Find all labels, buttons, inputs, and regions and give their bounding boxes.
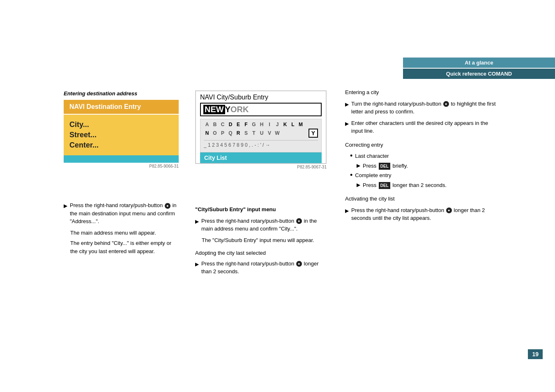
key-t: T [251, 130, 257, 136]
key-q: Q [227, 130, 234, 136]
key-b: B [212, 122, 218, 127]
key-f: F [243, 122, 249, 127]
keyboard-row-2: N O P Q R S T U V W Y [204, 129, 318, 138]
navi-city-title: NAVI City/Suburb Entry [200, 94, 322, 101]
mid-instr-1: ▶ Press the right-hand rotary/push-butto… [195, 217, 327, 233]
key-d: D [227, 122, 234, 127]
arrow-icon-mid-2: ▶ [195, 261, 199, 268]
menu-item-city: City... [69, 120, 173, 129]
navi-dest-box: NAVI Destination Entry [64, 100, 179, 114]
mid-instr-2: ▶ Press the right-hand rotary/push-butto… [195, 260, 327, 276]
last-char-label: Last character [355, 152, 389, 160]
right-column: Entering a city ▶ Turn the right-hand ro… [345, 88, 497, 226]
fig-ref-mid: P82.85-9067-31 [195, 165, 327, 169]
key-n: N [204, 130, 210, 136]
right-instr-text-1: Turn the right-hand rotary/push-button ●… [351, 100, 497, 116]
arrow-icon-right-1: ▶ [345, 101, 349, 108]
middle-instructions: "City/Suburb Entry" input menu ▶ Press t… [195, 205, 327, 279]
city-list-instr-text: Press the right-hand rotary/push-button … [351, 206, 497, 222]
circle-btn-mid-2: ● [296, 261, 302, 267]
arrow-icon-1: ▶ [64, 202, 67, 210]
del-badge-1: DEL [379, 163, 390, 170]
number-row-text: _ 1 2 3 4 5 6 7 8 9 0 , . - : ' / → [204, 142, 270, 148]
page-number: 19 [528, 349, 543, 359]
left-section-title: Entering destination address [64, 90, 179, 97]
left-instruction-1: ▶ Press the right-hand rotary/push-butto… [64, 201, 179, 226]
arrow-icon-del-1: ▶ [357, 162, 360, 169]
menu-item-center: Center... [69, 141, 173, 150]
navi-dest-title: NAVI Destination Entry [69, 103, 173, 111]
quick-ref-label: Quick reference COMAND [403, 69, 555, 79]
key-c: C [219, 122, 226, 127]
complete-entry-item: • Complete entry [350, 171, 497, 180]
left-instr-text-1: Press the right-hand rotary/push-button … [70, 201, 179, 226]
dot-icon-1: • [350, 152, 352, 159]
key-a: A [204, 122, 210, 127]
key-r: R [235, 130, 242, 136]
city-list-title: Activating the city list [345, 195, 497, 203]
key-i: I [266, 122, 273, 127]
navi-dest-footer [64, 155, 179, 163]
last-char-item: • Last character [350, 152, 497, 160]
entering-city-title: Entering a city [345, 88, 497, 97]
mid-instr-text-1: Press the right-hand rotary/push-button … [201, 217, 327, 233]
key-m: M [297, 122, 304, 127]
key-w: W [274, 130, 281, 136]
navi-city-input: NEW YORK [200, 103, 322, 116]
left-para-2: The entry behind "City..." is either emp… [70, 239, 179, 255]
arrow-icon-right-2: ▶ [345, 120, 349, 127]
adopting-title: Adopting the city last selected [195, 249, 327, 257]
key-h: H [258, 122, 265, 127]
complete-entry-label: Complete entry [355, 171, 391, 180]
key-v: V [266, 130, 273, 136]
city-input-york: YORK [225, 105, 249, 114]
left-para-1: The main address menu will appear. [70, 229, 179, 237]
city-list-bar: City List [200, 152, 322, 163]
key-g: G [251, 122, 257, 127]
mid-para-1: The "City/Suburb Entry" input menu will … [202, 236, 327, 244]
header-bar: At a glance Quick reference COMAND [403, 58, 555, 79]
arrow-icon-del-2: ▶ [357, 181, 360, 189]
key-y-highlighted: Y [309, 129, 318, 138]
number-row: _ 1 2 3 4 5 6 7 8 9 0 , . - : ' / → [204, 140, 318, 150]
middle-column: NAVI City/Suburb Entry NEW YORK A B C D … [195, 90, 327, 169]
keyboard-area: A B C D E F G H I J K L M N O P Q R S [200, 119, 322, 152]
navi-dest-menu: City... Street... Center... [64, 115, 179, 155]
arrow-icon-city-1: ▶ [345, 207, 349, 214]
del-briefly-item: ▶ Press DEL briefly. [357, 162, 497, 170]
key-s: S [243, 130, 249, 136]
circle-btn-mid-1: ● [296, 218, 302, 224]
key-l: L [290, 122, 296, 127]
key-k: K [282, 122, 288, 127]
mid-instr-text-2: Press the right-hand rotary/push-button … [201, 260, 327, 276]
arrow-icon-mid-1: ▶ [195, 218, 199, 225]
del-long-text: Press DEL longer than 2 seconds. [363, 181, 447, 189]
left-instructions: ▶ Press the right-hand rotary/push-butto… [64, 201, 179, 258]
navi-city-header: NAVI City/Suburb Entry NEW YORK A B C D … [195, 90, 327, 164]
correcting-title: Correcting entry [345, 141, 497, 149]
key-o: O [212, 130, 218, 136]
key-p: P [219, 130, 226, 136]
fig-ref-left: P82.85-9066-31 [64, 164, 179, 168]
dot-icon-2: • [350, 171, 352, 179]
circle-btn-right-3: ● [446, 208, 452, 213]
city-input-new: NEW [203, 105, 225, 114]
key-u: U [258, 130, 265, 136]
del-badge-2: DEL [379, 182, 390, 189]
circle-btn-1: ● [165, 203, 170, 209]
del-briefly-text: Press DEL briefly. [363, 162, 408, 170]
del-long-item: ▶ Press DEL longer than 2 seconds. [357, 181, 497, 189]
right-instr-text-2: Enter other characters until the desired… [351, 119, 497, 135]
right-instr-2: ▶ Enter other characters until the desir… [345, 119, 497, 135]
input-menu-title: "City/Suburb Entry" input menu [195, 205, 327, 214]
left-column: Entering destination address NAVI Destin… [64, 90, 179, 168]
key-j: J [274, 122, 281, 127]
key-e: E [235, 122, 242, 127]
keyboard-row-1: A B C D E F G H I J K L M [204, 122, 318, 127]
menu-item-street: Street... [69, 131, 173, 139]
circle-btn-right-1: ● [443, 101, 449, 107]
city-list-instr: ▶ Press the right-hand rotary/push-butto… [345, 206, 497, 222]
right-instr-1: ▶ Turn the right-hand rotary/push-button… [345, 100, 497, 116]
at-a-glance-label: At a glance [403, 58, 555, 68]
